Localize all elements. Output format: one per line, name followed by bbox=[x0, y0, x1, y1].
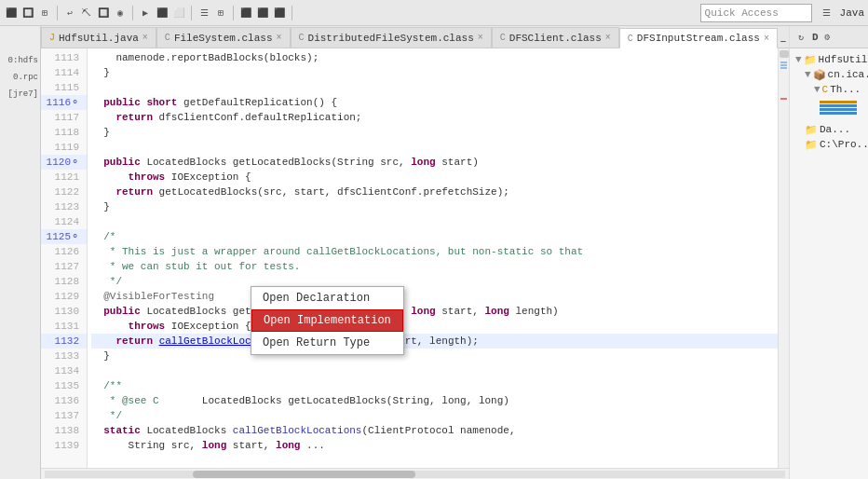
tab-dfs[interactable]: C DistributedFileSystem.class × bbox=[291, 27, 492, 48]
tab-close-filesystem[interactable]: × bbox=[277, 33, 282, 43]
context-menu: Open Declaration Open Implementation Ope… bbox=[251, 286, 404, 355]
bottom-scrollbar[interactable] bbox=[41, 468, 789, 479]
context-menu-open-implementation[interactable]: Open Implementation bbox=[251, 309, 403, 332]
tree-indicator-3 bbox=[820, 108, 857, 111]
main-layout: 0:hdfs 0.rpc [jre7] J HdfsUtil.java × C … bbox=[0, 26, 868, 479]
class-icon-3: C bbox=[500, 33, 506, 43]
toolbar-separator-3 bbox=[191, 6, 192, 21]
context-menu-open-return-type[interactable]: Open Return Type bbox=[251, 332, 403, 354]
toolbar-icon-12[interactable]: ⊞ bbox=[213, 6, 228, 21]
scrollbar-thumb[interactable] bbox=[780, 50, 789, 58]
tab-bar: J HdfsUtil.java × C FileSystem.class × C… bbox=[41, 26, 789, 48]
ln-1120: 1120⚬ bbox=[41, 155, 87, 170]
toolbar-separator-5 bbox=[292, 6, 292, 21]
minimap bbox=[779, 62, 789, 100]
tab-dfsinputstream[interactable]: C DFSInputStream.class × bbox=[619, 28, 778, 48]
code-line-1120: public LocatedBlocks getLocatedBlocks(St… bbox=[91, 155, 778, 170]
expand-icon-2: ▼ bbox=[805, 69, 811, 80]
code-line-1118: } bbox=[91, 125, 778, 140]
tab-label-filesystem: FileSystem.class bbox=[174, 33, 273, 44]
tree-indicator-2 bbox=[820, 104, 857, 107]
left-sidebar: 0:hdfs 0.rpc [jre7] bbox=[0, 26, 41, 479]
code-line-1133: } bbox=[91, 349, 778, 363]
scrollbar-track[interactable] bbox=[45, 471, 785, 478]
code-line-1122: return getLocatedBlocks(src, start, dfsC… bbox=[91, 185, 778, 199]
toolbar-icon-5[interactable]: ⛏ bbox=[79, 6, 94, 21]
tab-label-dfsinputstream: DFSInputStream.class bbox=[637, 33, 760, 44]
ln-1128: 1128 bbox=[41, 274, 87, 289]
scrollbar-thumb-h[interactable] bbox=[193, 471, 415, 478]
context-menu-open-declaration[interactable]: Open Declaration bbox=[251, 287, 403, 309]
tree-item-th[interactable]: ▼ C Th... bbox=[792, 82, 866, 97]
tab-filesystem[interactable]: C FileSystem.class × bbox=[156, 27, 291, 48]
code-line-1137: */ bbox=[91, 408, 778, 423]
toolbar-icon-13[interactable]: ⬛ bbox=[238, 6, 253, 21]
tree-indicator-1 bbox=[820, 101, 857, 103]
tree-label-hdfsutil: HdfsUtil bbox=[819, 54, 868, 65]
toolbar-icon-1[interactable]: ⬛ bbox=[4, 6, 19, 21]
minimap-line-selected bbox=[780, 98, 787, 100]
gear-icon[interactable]: ⚙ bbox=[821, 30, 835, 45]
tab-close-dfs[interactable]: × bbox=[478, 33, 483, 43]
tab-hdfsutil[interactable]: J HdfsUtil.java × bbox=[41, 27, 156, 48]
class-icon-1: C bbox=[165, 33, 170, 43]
tab-close-dfsclient[interactable]: × bbox=[605, 33, 611, 43]
editor-vertical-scrollbar[interactable] bbox=[778, 48, 789, 468]
ln-1129: 1129 bbox=[41, 289, 87, 304]
ln-1132: 1132 bbox=[41, 334, 87, 349]
tab-close-hdfsutil[interactable]: × bbox=[142, 33, 148, 43]
ln-1123: 1123 bbox=[41, 199, 87, 214]
quick-access-input[interactable]: Quick Access bbox=[700, 4, 812, 22]
class-tree-icon: C bbox=[822, 84, 829, 95]
ln-1135: 1135 bbox=[41, 378, 87, 393]
code-line-1128: */ bbox=[91, 274, 778, 289]
ln-1113: 1113 bbox=[41, 50, 87, 65]
code-line-1126: * This is just a wrapper around callGetB… bbox=[91, 244, 778, 259]
code-line-1116: public short getDefaultReplication() { bbox=[91, 95, 778, 110]
tree-indicators bbox=[792, 101, 866, 115]
ln-1130: 1130 bbox=[41, 304, 87, 319]
ln-1118: 1118 bbox=[41, 125, 87, 140]
right-panel-toolbar: ↻ D ⚙ bbox=[790, 26, 868, 48]
folder-icon-1: 📁 bbox=[804, 54, 817, 66]
code-area[interactable]: namenode.reportBadBlocks(blocks); } publ… bbox=[88, 48, 778, 468]
code-line-1131: throws IOException { bbox=[91, 319, 778, 334]
tree-item-cpro[interactable]: 📁 C:\Pro... bbox=[792, 137, 866, 152]
tree-indicator-4 bbox=[820, 112, 857, 115]
toolbar-icon-9[interactable]: ⬛ bbox=[155, 6, 170, 21]
toolbar-icon-3[interactable]: ⊞ bbox=[37, 6, 52, 21]
toolbar-icon-6[interactable]: 🔲 bbox=[96, 6, 111, 21]
toolbar-icon-14[interactable]: ⬛ bbox=[255, 6, 270, 21]
editor-controls: — □ bbox=[778, 36, 789, 48]
tree-item-cnica[interactable]: ▼ 📦 cn.ica... bbox=[792, 67, 866, 82]
package-tree: ▼ 📁 HdfsUtil ▼ 📦 cn.ica... ▼ C Th... bbox=[790, 48, 868, 479]
tree-item-hdfsutil[interactable]: ▼ 📁 HdfsUtil bbox=[792, 52, 866, 67]
main-toolbar: ⬛ 🔲 ⊞ ↩ ⛏ 🔲 ◉ ▶ ⬛ ⬜ ☰ ⊞ ⬛ ⬛ ⬛ Quick Acce… bbox=[0, 0, 868, 26]
toolbar-icon-11[interactable]: ☰ bbox=[197, 6, 211, 21]
ln-1136: 1136 bbox=[41, 393, 87, 408]
perspective-icon[interactable]: ☰ bbox=[820, 6, 834, 21]
ln-1116: 1116⚬ bbox=[41, 95, 87, 110]
code-line-1115 bbox=[91, 80, 778, 95]
toolbar-icon-10[interactable]: ⬜ bbox=[171, 6, 186, 21]
ln-1127: 1127 bbox=[41, 259, 87, 274]
code-line-1124 bbox=[91, 214, 778, 229]
ln-1115: 1115 bbox=[41, 80, 87, 95]
code-line-1130: public LocatedBlocks getLocatedBlocks(St… bbox=[91, 304, 778, 319]
sync-icon[interactable]: ↻ bbox=[793, 30, 808, 45]
tab-close-dfsinputstream[interactable]: × bbox=[764, 34, 769, 44]
code-line-1123: } bbox=[91, 199, 778, 214]
left-label-3: [jre7] bbox=[0, 88, 38, 101]
toolbar-icon-4[interactable]: ↩ bbox=[62, 6, 77, 21]
ln-1138: 1138 bbox=[41, 423, 87, 438]
ln-1124: 1124 bbox=[41, 214, 87, 229]
minimap-line-2 bbox=[780, 64, 787, 66]
tab-dfsclient[interactable]: C DFSClient.class × bbox=[492, 27, 619, 48]
toolbar-icon-7[interactable]: ◉ bbox=[113, 6, 128, 21]
toolbar-icon-15[interactable]: ⬛ bbox=[272, 6, 287, 21]
toolbar-icon-8[interactable]: ▶ bbox=[138, 6, 153, 21]
tree-item-da[interactable]: 📁 Da... bbox=[792, 122, 866, 137]
ln-1139: 1139 bbox=[41, 438, 87, 453]
minimize-editor-button[interactable]: — bbox=[778, 36, 789, 48]
toolbar-icon-2[interactable]: 🔲 bbox=[20, 6, 35, 21]
